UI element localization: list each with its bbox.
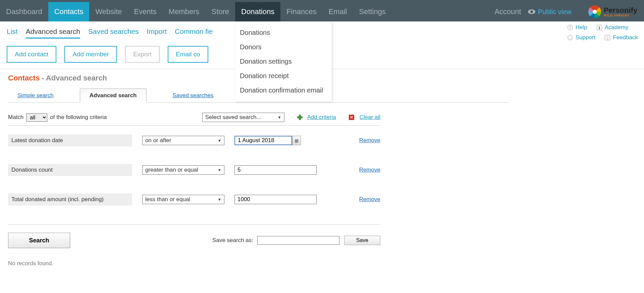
bookmark-icon: ▮ <box>597 25 602 30</box>
criteria-value-input[interactable] <box>234 195 317 204</box>
nav-dashboard[interactable]: Dashboard <box>0 2 48 21</box>
nav-contacts[interactable]: Contacts <box>48 2 90 21</box>
add-contact-button[interactable]: Add contact <box>7 46 56 63</box>
top-nav-bar: Dashboard Contacts Website Events Member… <box>0 0 644 21</box>
criteria-value-input[interactable] <box>234 165 317 175</box>
email-contacts-button[interactable]: Email co <box>168 46 208 63</box>
criteria-header: Match all of the following criteria Sele… <box>8 113 380 126</box>
help-icon: ? <box>568 25 573 30</box>
dd-donations[interactable]: Donations <box>235 25 332 40</box>
chat-icon: ▯ <box>605 35 610 40</box>
eye-icon <box>528 9 535 14</box>
remove-criteria-link[interactable]: Remove <box>359 137 380 144</box>
criteria-operator-select[interactable]: greater than or equal▼ <box>142 165 224 175</box>
topbar-right: Account Public view Personify WILD APRIC… <box>494 2 644 21</box>
feedback-link[interactable]: ▯Feedback <box>605 34 638 41</box>
nav-donations[interactable]: Donations Donations Donors Donation sett… <box>235 2 280 21</box>
add-member-button[interactable]: Add member <box>64 46 117 63</box>
brand-logo: Personify WILD APRICOT <box>588 5 637 18</box>
criteria-field-label: Donations count <box>8 164 132 176</box>
help-links: ?Help ▮Academy ◌Support ▯Feedback <box>568 24 638 41</box>
add-criteria-link[interactable]: Add criteria <box>307 114 336 121</box>
lifebuoy-icon: ◌ <box>568 35 573 40</box>
clear-all-link[interactable]: Clear all <box>360 114 380 121</box>
criteria-panel: Match all of the following criteria Sele… <box>8 113 380 267</box>
criteria-operator-select[interactable]: less than or equal▼ <box>142 195 224 204</box>
criteria-row-1: Latest donation date on or after▼ Remove <box>8 126 380 155</box>
nav-finances[interactable]: Finances <box>280 2 322 21</box>
nav-store[interactable]: Store <box>206 2 235 21</box>
logo-wheel-icon <box>588 5 601 18</box>
criteria-field-label: Latest donation date <box>8 134 132 146</box>
criteria-row-2: Donations count greater than or equal▼ R… <box>8 155 380 185</box>
heading-sub: Advanced search <box>46 74 107 82</box>
remove-criteria-link[interactable]: Remove <box>359 196 380 203</box>
support-link[interactable]: ◌Support <box>568 34 596 41</box>
search-row: Search Save search as: Save <box>8 224 380 248</box>
help-link[interactable]: ?Help <box>568 24 587 31</box>
tab-saved-searches[interactable]: Saved searches <box>163 89 223 102</box>
dd-donation-settings[interactable]: Donation settings <box>235 54 332 69</box>
match-select[interactable]: all <box>26 113 47 122</box>
academy-link[interactable]: ▮Academy <box>597 24 629 31</box>
public-view-link[interactable]: Public view <box>528 8 572 16</box>
subnav-saved-searches[interactable]: Saved searches <box>88 27 139 36</box>
no-records-message: No records found. <box>8 260 380 267</box>
subnav-list[interactable]: List <box>7 27 18 36</box>
criteria-date-input[interactable] <box>234 136 292 145</box>
export-button: Export <box>125 46 160 63</box>
logo-main-text: Personify <box>604 7 637 14</box>
tab-simple-search[interactable]: Simple search <box>8 89 63 102</box>
dd-donation-receipt[interactable]: Donation receipt <box>235 69 332 83</box>
criteria-operator-select[interactable]: on or after▼ <box>142 136 224 145</box>
nav-events[interactable]: Events <box>128 2 163 21</box>
select-saved-search-dropdown[interactable]: Select saved search...▼ <box>202 113 284 122</box>
of-following-label: of the following criteria <box>50 114 107 121</box>
remove-criteria-link[interactable]: Remove <box>359 167 380 173</box>
dd-donation-confirmation-email[interactable]: Donation confirmation email <box>235 83 332 98</box>
nav-website[interactable]: Website <box>89 2 128 21</box>
subnav-import[interactable]: Import <box>147 27 167 36</box>
save-search-label: Save search as: <box>212 237 253 244</box>
heading-main: Contacts <box>8 74 40 82</box>
plus-icon <box>297 115 303 120</box>
dd-donors[interactable]: Donors <box>235 40 332 54</box>
nav-members[interactable]: Members <box>163 2 206 21</box>
clear-icon: ✕ <box>349 115 354 120</box>
main-nav: Dashboard Contacts Website Events Member… <box>0 2 392 21</box>
logo-sub-text: WILD APRICOT <box>604 14 637 17</box>
criteria-field-label: Total donated amount (incl. pending) <box>8 193 132 206</box>
nav-email[interactable]: Email <box>322 2 353 21</box>
match-label: Match <box>8 114 23 121</box>
criteria-row-3: Total donated amount (incl. pending) les… <box>8 185 380 214</box>
subnav-advanced-search[interactable]: Advanced search <box>26 27 80 39</box>
save-search-name-input[interactable] <box>257 236 339 245</box>
search-button[interactable]: Search <box>8 233 70 248</box>
donations-dropdown: Donations Donors Donation settings Donat… <box>235 21 332 102</box>
account-link[interactable]: Account <box>494 7 521 16</box>
tab-advanced-search[interactable]: Advanced search <box>80 89 147 103</box>
datepicker-icon[interactable] <box>292 136 301 145</box>
subnav-common-fields[interactable]: Common fie <box>175 27 213 36</box>
save-search-button[interactable]: Save <box>344 236 380 245</box>
nav-settings[interactable]: Settings <box>353 2 392 21</box>
